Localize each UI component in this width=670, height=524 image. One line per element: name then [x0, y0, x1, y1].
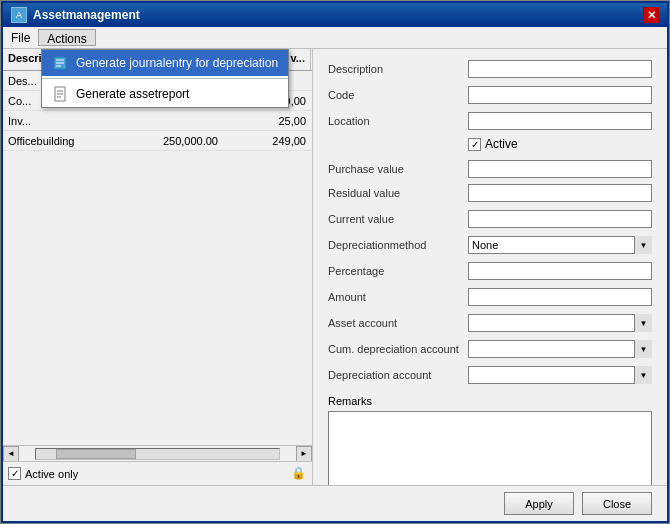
close-button[interactable]: Close: [582, 492, 652, 515]
horizontal-scrollbar[interactable]: [35, 448, 280, 460]
cell-purchase: 250,000.00: [133, 133, 223, 149]
title-bar: A Assetmanagement ✕: [3, 3, 667, 27]
asset-table: Description Purchase v... Current v... D…: [3, 49, 312, 445]
right-panel: Description Code Location ✓ Active Purch…: [313, 49, 667, 485]
cell-current: 249,00: [223, 133, 311, 149]
amount-row: Amount: [328, 287, 652, 307]
scroll-left-button[interactable]: ◄: [3, 446, 19, 462]
apply-button[interactable]: Apply: [504, 492, 574, 515]
remarks-label: Remarks: [328, 395, 652, 407]
current-value-input[interactable]: [468, 210, 652, 228]
location-input[interactable]: [468, 112, 652, 130]
active-checkbox[interactable]: ✓: [468, 138, 481, 151]
main-window: A Assetmanagement ✕ File Actions Generat…: [1, 1, 669, 523]
amount-input[interactable]: [468, 288, 652, 306]
active-only-checkbox[interactable]: ✓: [8, 467, 21, 480]
active-label: Active: [485, 137, 518, 151]
file-menu[interactable]: File: [3, 29, 38, 46]
window-title: Assetmanagement: [33, 8, 140, 22]
cell-description: Inv...: [3, 113, 133, 129]
remarks-textarea[interactable]: [328, 411, 652, 485]
cell-description: Officebuilding: [3, 133, 133, 149]
actions-menu[interactable]: Actions: [38, 29, 95, 46]
depreciation-method-select[interactable]: None Linear Declining balance: [468, 236, 652, 254]
purchase-value-label: Purchase value: [328, 163, 468, 175]
asset-account-wrapper: ▼: [468, 314, 652, 332]
left-panel: Description Purchase v... Current v... D…: [3, 49, 313, 485]
cell-current: 25,00: [223, 113, 311, 129]
dropdown-divider: [42, 78, 288, 79]
depreciation-account-row: Depreciation account ▼: [328, 365, 652, 385]
active-only-label: Active only: [25, 468, 78, 480]
asset-account-label: Asset account: [328, 317, 468, 329]
depreciation-account-select[interactable]: [468, 366, 652, 384]
current-value-label: Current value: [328, 213, 468, 225]
journal-icon: [52, 55, 68, 71]
amount-label: Amount: [328, 291, 468, 303]
remarks-section: Remarks: [328, 395, 652, 485]
actions-dropdown: Generate journalentry for depreciation G…: [41, 49, 289, 108]
purchase-value-input[interactable]: [468, 160, 652, 178]
depreciation-account-label: Depreciation account: [328, 369, 468, 381]
table-row[interactable]: Inv... 25,00: [3, 111, 312, 131]
location-row: Location: [328, 111, 652, 131]
description-label: Description: [328, 63, 468, 75]
depreciation-method-label: Depreciationmethod: [328, 239, 468, 251]
bottom-bar: Apply Close: [3, 485, 667, 521]
active-checkbox-row: ✓ Active: [328, 137, 652, 151]
scroll-thumb[interactable]: [56, 449, 136, 459]
percentage-input[interactable]: [468, 262, 652, 280]
main-content: Description Purchase v... Current v... D…: [3, 49, 667, 485]
current-value-row: Current value: [328, 209, 652, 229]
title-icon: A: [11, 7, 27, 23]
cell-purchase: [133, 119, 223, 123]
percentage-label: Percentage: [328, 265, 468, 277]
residual-value-row: Residual value: [328, 183, 652, 203]
description-input[interactable]: [468, 60, 652, 78]
active-only-checkbox-row: ✓ Active only: [8, 467, 78, 480]
generate-report-item[interactable]: Generate assetreport: [42, 81, 288, 107]
depreciation-method-wrapper: None Linear Declining balance ▼: [468, 236, 652, 254]
code-label: Code: [328, 89, 468, 101]
menu-bar: File Actions Generate journalentry for d…: [3, 27, 667, 49]
generate-report-label: Generate assetreport: [76, 87, 189, 101]
residual-value-label: Residual value: [328, 187, 468, 199]
purchase-value-row: Purchase value: [328, 159, 652, 179]
depreciation-account-wrapper: ▼: [468, 366, 652, 384]
asset-account-row: Asset account ▼: [328, 313, 652, 333]
asset-account-select[interactable]: [468, 314, 652, 332]
cum-depreciation-label: Cum. depreciation account: [328, 343, 468, 355]
location-label: Location: [328, 115, 468, 127]
table-row[interactable]: Officebuilding 250,000.00 249,00: [3, 131, 312, 151]
code-row: Code: [328, 85, 652, 105]
generate-journal-label: Generate journalentry for depreciation: [76, 56, 278, 70]
lock-icon: 🔒: [291, 466, 307, 482]
generate-journal-item[interactable]: Generate journalentry for depreciation: [42, 50, 288, 76]
depreciation-method-row: Depreciationmethod None Linear Declining…: [328, 235, 652, 255]
cum-depreciation-row: Cum. depreciation account ▼: [328, 339, 652, 359]
bottom-left-bar: ✓ Active only 🔒: [3, 461, 312, 485]
scroll-right-button[interactable]: ►: [296, 446, 312, 462]
cum-depreciation-wrapper: ▼: [468, 340, 652, 358]
report-icon: [52, 86, 68, 102]
percentage-row: Percentage: [328, 261, 652, 281]
description-row: Description: [328, 59, 652, 79]
horizontal-scrollbar-area: ◄ ►: [3, 445, 312, 461]
residual-value-input[interactable]: [468, 184, 652, 202]
table-body: Des... Co... 9,00 Inv... 25,00: [3, 71, 312, 445]
close-window-button[interactable]: ✕: [643, 7, 659, 23]
code-input[interactable]: [468, 86, 652, 104]
cum-depreciation-select[interactable]: [468, 340, 652, 358]
